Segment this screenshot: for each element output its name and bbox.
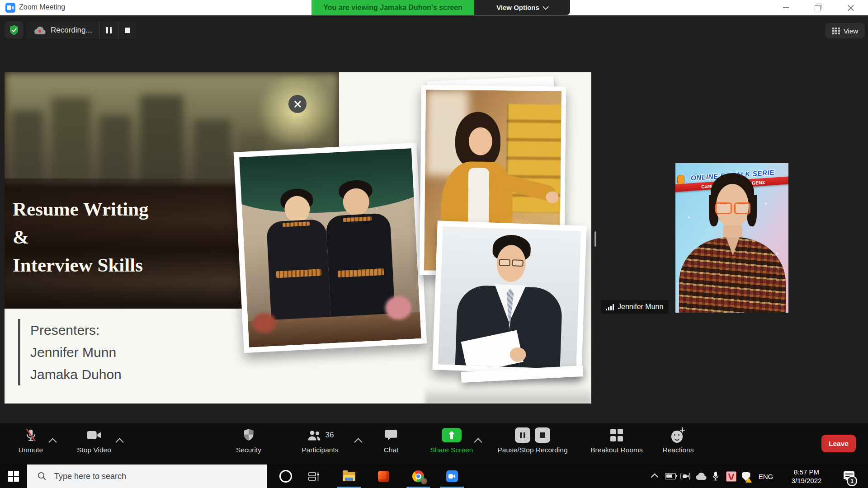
clock-time: 8:57 PM — [794, 468, 819, 476]
share-screen-button[interactable]: Share Screen — [425, 423, 478, 465]
language-indicator[interactable]: ENG — [754, 465, 778, 488]
minimize-button[interactable] — [774, 0, 797, 15]
onedrive-tray-icon[interactable] — [693, 465, 709, 488]
shield-check-icon — [9, 25, 19, 36]
task-view-button[interactable] — [302, 465, 326, 488]
leave-button[interactable]: Leave — [821, 435, 856, 452]
windows-security-tray-icon[interactable] — [739, 465, 753, 488]
panel-resize-handle[interactable] — [594, 231, 596, 247]
stop-video-button[interactable]: Stop Video — [68, 423, 120, 465]
pause-stop-recording-label: Pause/Stop Recording — [497, 446, 567, 454]
meeting-info-shield-button[interactable] — [5, 21, 24, 39]
zoom-taskbar-button[interactable] — [440, 465, 464, 488]
taskbar-search[interactable] — [27, 465, 267, 488]
grid-view-icon — [832, 28, 840, 34]
chat-bubble-icon — [384, 429, 398, 441]
security-label: Security — [236, 446, 261, 454]
breakout-rooms-label: Breakout Rooms — [590, 446, 642, 454]
unmute-button[interactable]: Unmute — [10, 423, 52, 465]
chevron-up-icon — [651, 474, 659, 481]
cortana-icon — [279, 470, 292, 483]
office-icon — [378, 471, 389, 482]
file-explorer-icon — [343, 472, 355, 481]
shared-screen-slide: Resume Writing & Interview Skills Presen… — [5, 72, 591, 404]
taskbar-clock[interactable]: 8:57 PM 3/19/2022 — [781, 465, 832, 488]
window-title: Zoom Meeting — [19, 3, 65, 11]
file-explorer-button[interactable] — [337, 465, 361, 488]
close-icon — [848, 5, 854, 11]
slide-title-line1: Resume Writing — [13, 195, 257, 223]
pause-stop-recording-button[interactable]: Pause/Stop Recording — [479, 423, 586, 465]
stop-recording-button[interactable] — [118, 21, 137, 39]
security-warning-badge — [745, 477, 752, 483]
participants-options-chevron[interactable] — [354, 438, 362, 446]
windows-taskbar: ENG 8:57 PM 3/19/2022 1 — [0, 465, 868, 488]
security-shield-icon — [242, 428, 255, 442]
photo-drop-shadow — [425, 386, 591, 404]
pause-recording-button[interactable] — [99, 21, 118, 39]
minimize-icon — [783, 7, 789, 8]
chat-label: Chat — [384, 446, 399, 454]
presenters-heading: Presenters: — [30, 319, 122, 341]
video-camera-icon — [86, 430, 102, 441]
reactions-label: Reactions — [663, 446, 694, 454]
photo-man-in-suit — [432, 221, 586, 375]
security-button[interactable]: Security — [228, 423, 269, 465]
participants-icon — [307, 429, 322, 441]
slide-title-line3: Interview Skills — [13, 251, 257, 279]
view-options-button[interactable]: View Options — [474, 0, 570, 15]
restore-icon — [815, 5, 821, 11]
cortana-button[interactable] — [274, 465, 297, 488]
cloud-recording-icon — [33, 26, 46, 34]
view-layout-button[interactable]: View — [825, 23, 865, 38]
search-icon — [37, 471, 47, 481]
stop-video-label: Stop Video — [77, 446, 111, 454]
reactions-button[interactable]: Reactions — [656, 423, 700, 465]
recording-status: Recording... — [26, 26, 99, 35]
photo-hospitality-staff — [234, 143, 427, 353]
chat-button[interactable]: Chat — [376, 423, 406, 465]
participant-video-tile[interactable]: ONLINE F - TALK SERIE Career Orientation… — [675, 163, 788, 313]
participants-button[interactable]: 36 Participants — [289, 423, 351, 465]
windows-logo-icon — [8, 471, 19, 482]
share-screen-label: Share Screen — [430, 446, 473, 454]
pause-recording-toolbar-icon[interactable] — [515, 427, 530, 443]
chrome-button[interactable] — [406, 465, 430, 488]
zoom-taskbar-icon — [446, 470, 458, 482]
stop-icon — [125, 28, 130, 33]
breakout-rooms-button[interactable]: Breakout Rooms — [586, 423, 647, 465]
participant-name-label: Jennifer Munn — [601, 300, 668, 314]
slide-title: Resume Writing & Interview Skills — [13, 195, 257, 279]
tray-overflow-button[interactable] — [647, 465, 662, 488]
unmute-label: Unmute — [19, 446, 43, 454]
task-view-icon — [308, 471, 320, 482]
start-button[interactable] — [0, 465, 27, 488]
microphone-muted-icon — [24, 428, 38, 442]
action-center-button[interactable]: 1 — [837, 465, 861, 488]
pause-icon — [106, 27, 112, 33]
participants-count: 36 — [326, 431, 334, 440]
microphone-tray-icon[interactable] — [709, 465, 722, 488]
participant-name-text: Jennifer Munn — [618, 303, 663, 311]
connection-signal-icon — [606, 304, 614, 310]
view-options-label: View Options — [496, 4, 539, 11]
office-button[interactable] — [372, 465, 395, 488]
reactions-smiley-icon — [671, 427, 685, 443]
chevron-down-icon — [542, 3, 549, 9]
stop-recording-toolbar-icon[interactable] — [535, 427, 550, 443]
share-screen-icon — [442, 428, 462, 442]
view-label: View — [844, 27, 858, 35]
slide-close-button[interactable] — [288, 95, 307, 113]
close-window-button[interactable] — [839, 0, 863, 15]
presenter-name: Jamaka Duhon — [30, 363, 122, 385]
participants-label: Participants — [302, 446, 339, 454]
restore-button[interactable] — [807, 0, 830, 15]
orange-glasses — [715, 203, 750, 214]
search-input[interactable] — [53, 471, 245, 482]
slide-title-line2: & — [13, 223, 257, 251]
antivirus-tray-icon[interactable] — [723, 465, 739, 488]
clock-date: 3/19/2022 — [792, 476, 822, 485]
camera-in-use-tray-icon[interactable] — [678, 465, 693, 488]
battery-tray-icon[interactable] — [663, 465, 678, 488]
window-titlebar: Zoom Meeting You are viewing Jamaka Duho… — [0, 0, 868, 15]
